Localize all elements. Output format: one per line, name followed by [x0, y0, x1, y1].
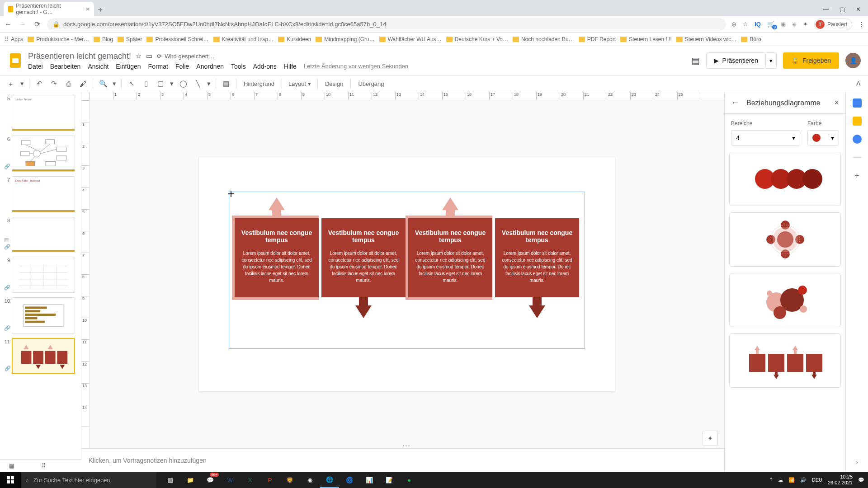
present-button[interactable]: ▶ Präsentieren: [706, 52, 766, 69]
present-dropdown[interactable]: ▾: [766, 52, 777, 69]
diagram-template-4[interactable]: [729, 333, 841, 388]
task-view-icon[interactable]: ▥: [161, 472, 180, 488]
bookmark-item[interactable]: Mindmapping (Gru…: [316, 36, 374, 42]
paint-format-button[interactable]: 🖌: [76, 77, 89, 90]
chrome-icon[interactable]: 🌐: [320, 472, 339, 488]
bookmark-item[interactable]: Steuern Lesen !!!!: [620, 36, 672, 42]
slides-logo-icon[interactable]: [7, 50, 24, 71]
transition-button[interactable]: Übergang: [354, 80, 387, 87]
menu-tools[interactable]: Tools: [231, 63, 246, 70]
menu-ansicht[interactable]: Ansicht: [88, 63, 108, 70]
slide-thumbnail-9[interactable]: 🔗: [12, 257, 75, 293]
bookmark-item[interactable]: Professionell Schrei…: [146, 36, 208, 42]
speaker-notes[interactable]: Klicken, um Vortragsnotizen hinzuzufügen…: [81, 448, 724, 472]
back-icon[interactable]: ←: [4, 20, 13, 28]
comment-button[interactable]: ▤: [220, 77, 232, 90]
apps-button[interactable]: ⠿Apps: [5, 36, 23, 42]
star-icon[interactable]: ☆: [743, 21, 748, 28]
bookmark-item[interactable]: PDF Report: [579, 36, 616, 42]
forward-icon[interactable]: →: [18, 20, 27, 28]
line-dropdown[interactable]: ▾: [206, 77, 212, 90]
comments-icon[interactable]: ▤: [691, 55, 700, 66]
new-tab-button[interactable]: +: [94, 4, 107, 16]
chevron-right-icon[interactable]: ›: [856, 459, 858, 465]
language-indicator[interactable]: DEU: [812, 477, 822, 483]
calendar-icon[interactable]: [853, 99, 862, 108]
star-icon[interactable]: ☆: [136, 52, 142, 60]
bookmark-item[interactable]: Wahlfächer WU Aus…: [379, 36, 442, 42]
grid-view-icon[interactable]: ⠿: [42, 462, 46, 469]
notes-resize-handle[interactable]: [403, 445, 416, 448]
bookmark-item[interactable]: Büro: [741, 36, 761, 42]
taskbar-clock[interactable]: 10:25 26.02.2021: [828, 474, 853, 486]
reload-icon[interactable]: ⟳: [33, 20, 42, 28]
slide-thumbnail-5[interactable]: Ich bin Teuvo: [12, 95, 75, 131]
chrome-menu-icon[interactable]: ⋮: [859, 21, 864, 28]
browser-tab[interactable]: Präsentieren leicht gemacht! - G… ×: [4, 2, 94, 16]
zoom-icon[interactable]: ⊕: [731, 21, 736, 28]
menu-einfuegen[interactable]: Einfügen: [116, 63, 141, 70]
bookmark-item[interactable]: Kreativität und Insp…: [213, 36, 274, 42]
menu-format[interactable]: Format: [148, 63, 168, 70]
document-title[interactable]: Präsentieren leicht gemacht!: [28, 52, 131, 61]
bookmark-item[interactable]: Produktsuche - Mer…: [28, 36, 89, 42]
move-icon[interactable]: ▭: [146, 52, 152, 60]
slide-thumbnail-8[interactable]: 🔗▤: [12, 217, 75, 252]
diagram-template-1[interactable]: [729, 152, 841, 206]
file-explorer-icon[interactable]: 📁: [181, 472, 200, 488]
filmstrip-view-icon[interactable]: ▤: [9, 462, 14, 469]
slide-thumbnail-11[interactable]: 🔗: [12, 338, 75, 374]
print-button[interactable]: ⎙: [62, 77, 75, 90]
zoom-button[interactable]: 🔍: [97, 77, 109, 90]
menu-bearbeiten[interactable]: Bearbeiten: [50, 63, 81, 70]
messenger-icon[interactable]: 💬99+: [201, 472, 220, 488]
collapse-toolbar-icon[interactable]: ᐱ: [856, 80, 861, 87]
bookmark-item[interactable]: Steuern Videos wic…: [676, 36, 737, 42]
app-icon[interactable]: 📝: [380, 472, 399, 488]
new-slide-dropdown[interactable]: ▾: [19, 77, 25, 90]
textbox-tool[interactable]: ▯: [140, 77, 152, 90]
bookmark-item[interactable]: Blog: [94, 36, 113, 42]
tray-chevron-icon[interactable]: ˄: [770, 477, 773, 483]
slide[interactable]: Vestibulum nec congue tempus Lorem ipsum…: [199, 157, 615, 391]
volume-icon[interactable]: 🔊: [800, 477, 807, 483]
extensions-icon[interactable]: ✦: [803, 21, 808, 28]
notifications-icon[interactable]: 💬: [858, 477, 864, 483]
menu-anordnen[interactable]: Anordnen: [196, 63, 224, 70]
menu-datei[interactable]: Datei: [28, 63, 43, 70]
chrome-profile[interactable]: T Pausiert: [814, 19, 852, 30]
taskbar-search[interactable]: ⌕ Zur Suche Text hier eingeben: [21, 472, 156, 488]
diagram-template-3[interactable]: [729, 273, 841, 327]
bookmark-item[interactable]: Deutsche Kurs + Vo…: [446, 36, 508, 42]
wifi-icon[interactable]: 📶: [788, 477, 795, 483]
close-icon[interactable]: ×: [86, 5, 90, 13]
add-addon-icon[interactable]: +: [854, 171, 859, 181]
image-dropdown[interactable]: ▾: [169, 77, 175, 90]
tasks-icon[interactable]: [853, 135, 862, 144]
back-icon[interactable]: ←: [731, 98, 739, 108]
design-button[interactable]: Design: [321, 80, 347, 87]
account-avatar[interactable]: 👤: [845, 53, 861, 68]
powerpoint-icon[interactable]: P: [260, 472, 279, 488]
filmstrip[interactable]: 5 Ich bin Teuvo 6 🔗 7 Erste Folie - Beis…: [0, 92, 81, 459]
minimize-icon[interactable]: —: [823, 6, 829, 13]
excel-icon[interactable]: X: [241, 472, 259, 488]
select-tool[interactable]: ↖: [125, 77, 138, 90]
diagram-selection[interactable]: Vestibulum nec congue tempus Lorem ipsum…: [229, 192, 585, 349]
extension-icon[interactable]: IQ: [755, 21, 761, 28]
shape-tool[interactable]: ◯: [177, 77, 189, 90]
diagram-box-3[interactable]: Vestibulum nec congue tempus Lorem ipsum…: [408, 218, 492, 297]
edge-icon[interactable]: 🌀: [340, 472, 359, 488]
app-icon[interactable]: 📊: [360, 472, 379, 488]
areas-select[interactable]: 4 ▾: [731, 130, 800, 145]
undo-button[interactable]: ↶: [33, 77, 46, 90]
color-select[interactable]: ▾: [807, 130, 839, 145]
bookmark-item[interactable]: Später: [118, 36, 142, 42]
slide-canvas[interactable]: Vestibulum nec congue tempus Lorem ipsum…: [90, 100, 724, 448]
close-icon[interactable]: ×: [834, 98, 839, 108]
menu-folie[interactable]: Folie: [175, 63, 189, 70]
last-change-link[interactable]: Letzte Änderung vor wenigen Sekunden: [304, 63, 408, 70]
brave-icon[interactable]: 🦁: [280, 472, 299, 488]
menu-addons[interactable]: Add-ons: [253, 63, 277, 70]
close-window-icon[interactable]: ✕: [856, 6, 861, 13]
